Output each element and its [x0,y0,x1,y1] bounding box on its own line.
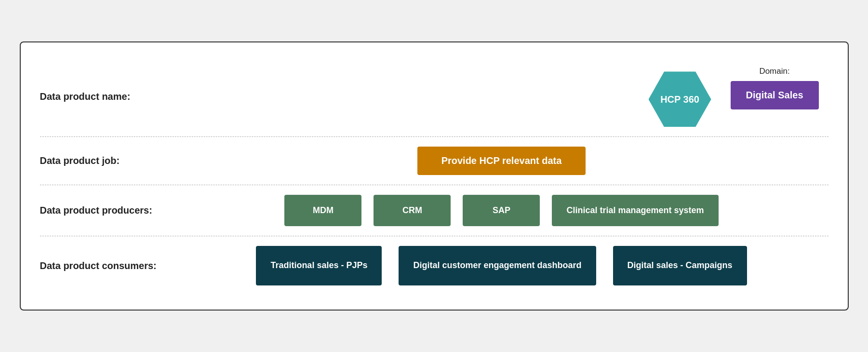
main-card: Data product name: HCP 360 Domain: Digit… [20,41,849,310]
consumers-content: Traditional sales - PJPs Digital custome… [175,246,828,285]
row-name: Data product name: HCP 360 Domain: Digit… [40,57,828,137]
row-consumers: Data product consumers: Traditional sale… [40,236,828,295]
domain-label: Domain: [759,67,789,76]
domain-badge: Digital Sales [731,81,819,109]
label-consumers: Data product consumers: [40,260,175,271]
hcp-hexagon: HCP 360 [649,71,711,127]
row-producers: Data product producers: MDM CRM SAP Clin… [40,185,828,236]
consumer-digital-sales: Digital sales - Campaigns [613,246,747,285]
consumer-digital-engagement: Digital customer engagement dashboard [399,246,596,285]
consumer-traditional-sales: Traditional sales - PJPs [256,246,382,285]
producer-ctms: Clinical trial management system [552,195,718,226]
producer-sap: SAP [463,195,540,226]
hcp-text: HCP 360 [660,94,699,105]
producer-crm: CRM [374,195,451,226]
row-job: Data product job: Provide HCP relevant d… [40,137,828,185]
label-job: Data product job: [40,155,175,166]
hcp-hexagon-container: HCP 360 [649,71,711,127]
name-content: HCP 360 Domain: Digital Sales [175,67,828,127]
producers-content: MDM CRM SAP Clinical trial management sy… [175,195,828,226]
producer-mdm: MDM [284,195,361,226]
job-content: Provide HCP relevant data [175,147,828,175]
domain-section: Domain: Digital Sales [731,67,819,109]
label-name: Data product name: [40,91,175,102]
label-producers: Data product producers: [40,205,175,216]
job-badge: Provide HCP relevant data [417,147,586,175]
